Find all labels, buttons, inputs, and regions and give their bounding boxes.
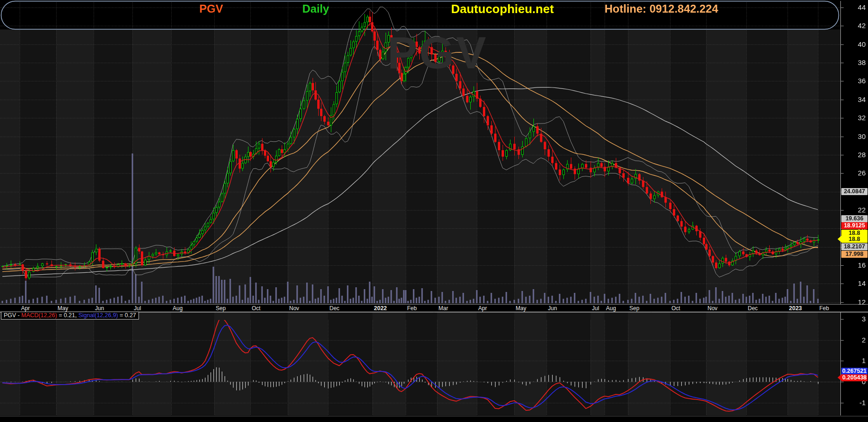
price-axis-tick: 14 bbox=[842, 280, 866, 287]
macd-title-part: = 0.27 bbox=[118, 312, 136, 319]
timeframe-label: Daily bbox=[302, 1, 329, 17]
macd-axis-tick: 1 bbox=[842, 357, 866, 364]
x-axis-month-label: 2023 bbox=[789, 305, 802, 312]
x-axis-month-label: Sep bbox=[629, 305, 639, 312]
macd-title-part: PGV - bbox=[4, 312, 22, 319]
x-axis-month-label: Nov bbox=[708, 305, 717, 312]
x-axis-month-label: Aug bbox=[606, 305, 616, 312]
price-axis-tick: 34 bbox=[842, 96, 866, 103]
chart-window: PGV PGV Daily Dautucophieu.net Hotline: … bbox=[0, 0, 868, 422]
macd-value-label: 0.205438 bbox=[841, 374, 868, 381]
price-axis-tick: 28 bbox=[842, 151, 866, 159]
price-axis-tick: 42 bbox=[842, 22, 866, 29]
site-label: Dautucophieu.net bbox=[451, 1, 554, 17]
price-label: 17.998 bbox=[841, 251, 868, 258]
price-label: 19.636 bbox=[841, 215, 868, 222]
price-axis-tick: 40 bbox=[842, 41, 866, 48]
x-axis-month-label: Jul bbox=[134, 305, 141, 312]
price-axis-tick: 16 bbox=[842, 262, 866, 269]
x-axis-month-label: May bbox=[58, 305, 68, 312]
price-label: 18.2107 bbox=[841, 243, 868, 250]
price-label: 18.8 bbox=[841, 236, 868, 243]
price-axis-tick: 30 bbox=[842, 133, 866, 140]
x-axis-month-label: Jun bbox=[95, 305, 104, 312]
macd-axis-tick: -1 bbox=[842, 399, 866, 407]
symbol-label: PGV bbox=[199, 1, 223, 17]
x-axis-month-label: Dec bbox=[748, 305, 758, 312]
macd-indicator-title: PGV - MACD(12,26) = 0.21, Signal(12,26,9… bbox=[1, 312, 139, 320]
x-axis-month-label: Oct bbox=[671, 305, 680, 312]
x-axis-month-label: 2022 bbox=[374, 305, 387, 312]
x-axis-month-label: Mar bbox=[438, 305, 448, 312]
x-axis-month-label: May bbox=[516, 305, 526, 312]
x-axis-month-label: Apr bbox=[478, 305, 487, 312]
price-axis-tick: 44 bbox=[842, 4, 866, 11]
x-axis-month-label: Jun bbox=[548, 305, 557, 312]
x-axis-row bbox=[0, 304, 868, 312]
price-axis-tick: 38 bbox=[842, 59, 866, 66]
x-axis-month-label: Oct bbox=[252, 305, 261, 312]
price-axis-tick: 22 bbox=[842, 206, 866, 214]
x-axis-month-label: Apr bbox=[21, 305, 30, 312]
price-axis-tick: 12 bbox=[842, 298, 866, 306]
hotline-label: Hotline: 0912.842.224 bbox=[605, 1, 718, 17]
x-axis-month-label: Feb bbox=[407, 305, 417, 312]
price-axis-tick: 32 bbox=[842, 114, 866, 122]
price-axis-tick: 26 bbox=[842, 169, 866, 177]
x-axis-month-label: Nov bbox=[289, 305, 299, 312]
price-arrow-icon bbox=[838, 236, 841, 242]
macd-value-label: 0.267521 bbox=[841, 368, 868, 375]
macd-title-part: = 0.21, bbox=[57, 312, 79, 319]
x-axis-month-label: Jul bbox=[592, 305, 599, 312]
price-label: 18.9125 bbox=[841, 222, 868, 229]
macd-axis-tick: 2 bbox=[842, 336, 866, 344]
watermark-symbol: PGV bbox=[387, 27, 488, 79]
price-arrow-icon bbox=[838, 374, 841, 381]
price-label: 24.0847 bbox=[841, 188, 868, 195]
price-axis-tick: 36 bbox=[842, 77, 866, 85]
x-axis-month-label: Sep bbox=[216, 305, 226, 312]
bottom-strip bbox=[0, 416, 868, 422]
macd-title-part: MACD(12,26) bbox=[22, 312, 57, 319]
x-axis-month-label: Feb bbox=[819, 305, 829, 312]
macd-title-part: Signal(12,26,9) bbox=[78, 312, 118, 319]
x-axis-month-label: Dec bbox=[329, 305, 339, 312]
macd-axis-tick: 3 bbox=[842, 315, 866, 323]
x-axis-month-label: Aug bbox=[173, 305, 182, 312]
